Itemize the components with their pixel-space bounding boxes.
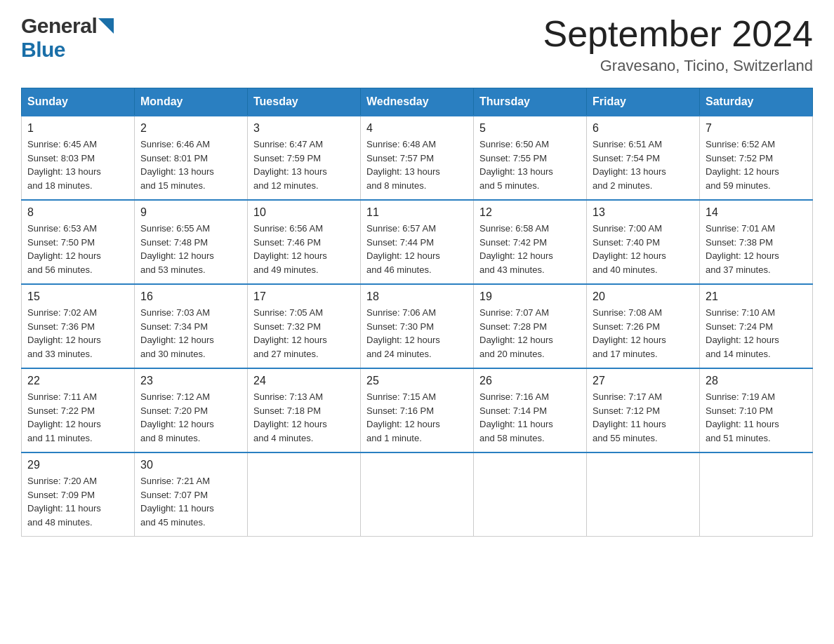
calendar-cell: 18Sunrise: 7:06 AM Sunset: 7:30 PM Dayli… <box>361 284 474 368</box>
day-number: 16 <box>140 290 241 303</box>
location-text: Gravesano, Ticino, Switzerland <box>543 57 814 75</box>
calendar-cell: 4Sunrise: 6:48 AM Sunset: 7:57 PM Daylig… <box>361 116 474 200</box>
calendar-week-row: 15Sunrise: 7:02 AM Sunset: 7:36 PM Dayli… <box>22 284 813 368</box>
calendar-cell: 25Sunrise: 7:15 AM Sunset: 7:16 PM Dayli… <box>361 368 474 452</box>
day-number: 25 <box>366 375 468 387</box>
column-header-sunday: Sunday <box>22 88 135 116</box>
day-number: 2 <box>140 122 241 135</box>
calendar-cell <box>248 452 361 537</box>
day-number: 9 <box>140 206 241 219</box>
day-number: 7 <box>706 122 807 135</box>
day-number: 23 <box>140 375 241 387</box>
day-info: Sunrise: 7:20 AM Sunset: 7:09 PM Dayligh… <box>27 474 128 529</box>
day-number: 21 <box>706 290 807 303</box>
day-number: 8 <box>27 206 128 219</box>
calendar-cell: 24Sunrise: 7:13 AM Sunset: 7:18 PM Dayli… <box>248 368 361 452</box>
day-info: Sunrise: 6:45 AM Sunset: 8:03 PM Dayligh… <box>27 137 128 192</box>
day-info: Sunrise: 7:06 AM Sunset: 7:30 PM Dayligh… <box>366 306 468 361</box>
day-info: Sunrise: 7:17 AM Sunset: 7:12 PM Dayligh… <box>593 390 694 445</box>
day-number: 5 <box>479 122 581 135</box>
calendar-cell: 27Sunrise: 7:17 AM Sunset: 7:12 PM Dayli… <box>587 368 700 452</box>
logo-triangle-icon <box>98 18 114 36</box>
column-header-wednesday: Wednesday <box>361 88 474 116</box>
calendar-cell: 3Sunrise: 6:47 AM Sunset: 7:59 PM Daylig… <box>248 116 361 200</box>
calendar-cell: 6Sunrise: 6:51 AM Sunset: 7:54 PM Daylig… <box>587 116 700 200</box>
month-title: September 2024 <box>543 14 814 54</box>
day-number: 26 <box>479 375 581 387</box>
column-header-tuesday: Tuesday <box>248 88 361 116</box>
day-info: Sunrise: 7:15 AM Sunset: 7:16 PM Dayligh… <box>366 390 468 445</box>
day-info: Sunrise: 7:21 AM Sunset: 7:07 PM Dayligh… <box>140 474 241 529</box>
logo-blue-text: Blue <box>21 38 65 61</box>
day-number: 30 <box>140 459 241 471</box>
day-number: 29 <box>27 459 128 471</box>
day-info: Sunrise: 7:13 AM Sunset: 7:18 PM Dayligh… <box>253 390 355 445</box>
logo: General Blue <box>21 14 114 62</box>
calendar-week-row: 29Sunrise: 7:20 AM Sunset: 7:09 PM Dayli… <box>22 452 813 537</box>
day-number: 6 <box>593 122 694 135</box>
day-info: Sunrise: 7:07 AM Sunset: 7:28 PM Dayligh… <box>479 306 581 361</box>
calendar-cell <box>700 452 813 537</box>
day-number: 3 <box>253 122 355 135</box>
day-info: Sunrise: 6:53 AM Sunset: 7:50 PM Dayligh… <box>27 222 128 276</box>
calendar-cell: 26Sunrise: 7:16 AM Sunset: 7:14 PM Dayli… <box>474 368 587 452</box>
calendar-cell: 21Sunrise: 7:10 AM Sunset: 7:24 PM Dayli… <box>700 284 813 368</box>
day-number: 13 <box>593 206 694 219</box>
calendar-week-row: 1Sunrise: 6:45 AM Sunset: 8:03 PM Daylig… <box>22 116 813 200</box>
calendar-cell: 11Sunrise: 6:57 AM Sunset: 7:44 PM Dayli… <box>361 200 474 284</box>
calendar-header-row: SundayMondayTuesdayWednesdayThursdayFrid… <box>22 88 813 116</box>
day-number: 27 <box>593 375 694 387</box>
calendar-cell <box>361 452 474 537</box>
day-number: 24 <box>253 375 355 387</box>
day-number: 10 <box>253 206 355 219</box>
logo-general-text: General <box>21 14 97 38</box>
calendar-cell: 7Sunrise: 6:52 AM Sunset: 7:52 PM Daylig… <box>700 116 813 200</box>
calendar-cell: 19Sunrise: 7:07 AM Sunset: 7:28 PM Dayli… <box>474 284 587 368</box>
day-number: 4 <box>366 122 468 135</box>
day-info: Sunrise: 7:08 AM Sunset: 7:26 PM Dayligh… <box>593 306 694 361</box>
column-header-saturday: Saturday <box>700 88 813 116</box>
calendar-cell: 28Sunrise: 7:19 AM Sunset: 7:10 PM Dayli… <box>700 368 813 452</box>
title-area: September 2024 Gravesano, Ticino, Switze… <box>543 14 814 75</box>
calendar-cell: 14Sunrise: 7:01 AM Sunset: 7:38 PM Dayli… <box>700 200 813 284</box>
calendar-cell: 17Sunrise: 7:05 AM Sunset: 7:32 PM Dayli… <box>248 284 361 368</box>
day-info: Sunrise: 7:02 AM Sunset: 7:36 PM Dayligh… <box>27 306 128 361</box>
day-info: Sunrise: 6:47 AM Sunset: 7:59 PM Dayligh… <box>253 137 355 192</box>
calendar-cell: 1Sunrise: 6:45 AM Sunset: 8:03 PM Daylig… <box>22 116 135 200</box>
calendar-cell: 15Sunrise: 7:02 AM Sunset: 7:36 PM Dayli… <box>22 284 135 368</box>
day-number: 22 <box>27 375 128 387</box>
day-info: Sunrise: 7:12 AM Sunset: 7:20 PM Dayligh… <box>140 390 241 445</box>
day-info: Sunrise: 7:01 AM Sunset: 7:38 PM Dayligh… <box>706 222 807 276</box>
calendar-cell: 8Sunrise: 6:53 AM Sunset: 7:50 PM Daylig… <box>22 200 135 284</box>
day-info: Sunrise: 7:19 AM Sunset: 7:10 PM Dayligh… <box>706 390 807 445</box>
day-number: 11 <box>366 206 468 219</box>
day-number: 17 <box>253 290 355 303</box>
day-info: Sunrise: 6:56 AM Sunset: 7:46 PM Dayligh… <box>253 222 355 276</box>
calendar-cell: 2Sunrise: 6:46 AM Sunset: 8:01 PM Daylig… <box>135 116 248 200</box>
day-info: Sunrise: 7:05 AM Sunset: 7:32 PM Dayligh… <box>253 306 355 361</box>
calendar-cell: 23Sunrise: 7:12 AM Sunset: 7:20 PM Dayli… <box>135 368 248 452</box>
day-info: Sunrise: 7:10 AM Sunset: 7:24 PM Dayligh… <box>706 306 807 361</box>
calendar-week-row: 22Sunrise: 7:11 AM Sunset: 7:22 PM Dayli… <box>22 368 813 452</box>
calendar-cell: 22Sunrise: 7:11 AM Sunset: 7:22 PM Dayli… <box>22 368 135 452</box>
calendar-cell: 13Sunrise: 7:00 AM Sunset: 7:40 PM Dayli… <box>587 200 700 284</box>
calendar-week-row: 8Sunrise: 6:53 AM Sunset: 7:50 PM Daylig… <box>22 200 813 284</box>
day-info: Sunrise: 7:16 AM Sunset: 7:14 PM Dayligh… <box>479 390 581 445</box>
calendar-cell: 29Sunrise: 7:20 AM Sunset: 7:09 PM Dayli… <box>22 452 135 537</box>
calendar-cell: 12Sunrise: 6:58 AM Sunset: 7:42 PM Dayli… <box>474 200 587 284</box>
day-info: Sunrise: 6:52 AM Sunset: 7:52 PM Dayligh… <box>706 137 807 192</box>
page-header: General Blue September 2024 Gravesano, T… <box>21 14 813 75</box>
day-number: 18 <box>366 290 468 303</box>
day-number: 1 <box>27 122 128 135</box>
svg-marker-0 <box>98 18 114 34</box>
day-number: 15 <box>27 290 128 303</box>
day-info: Sunrise: 6:57 AM Sunset: 7:44 PM Dayligh… <box>366 222 468 276</box>
day-number: 19 <box>479 290 581 303</box>
day-info: Sunrise: 6:48 AM Sunset: 7:57 PM Dayligh… <box>366 137 468 192</box>
day-info: Sunrise: 7:00 AM Sunset: 7:40 PM Dayligh… <box>593 222 694 276</box>
day-info: Sunrise: 6:51 AM Sunset: 7:54 PM Dayligh… <box>593 137 694 192</box>
calendar-cell: 16Sunrise: 7:03 AM Sunset: 7:34 PM Dayli… <box>135 284 248 368</box>
day-number: 20 <box>593 290 694 303</box>
column-header-monday: Monday <box>135 88 248 116</box>
day-info: Sunrise: 6:58 AM Sunset: 7:42 PM Dayligh… <box>479 222 581 276</box>
